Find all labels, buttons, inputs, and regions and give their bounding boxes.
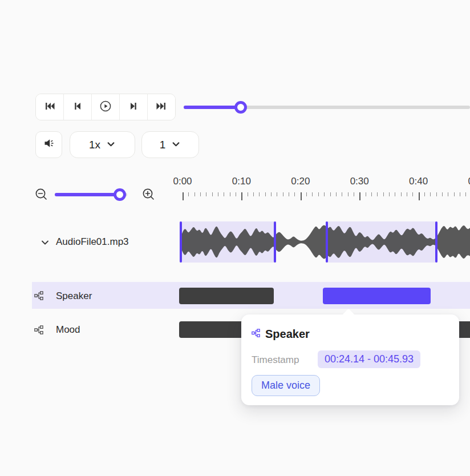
ruler-tick <box>188 192 189 196</box>
ruler-tick <box>294 192 295 196</box>
chevron-down-icon <box>106 139 116 152</box>
skip-to-end-button[interactable] <box>147 94 175 120</box>
ruler-tick <box>301 192 302 200</box>
progress-handle[interactable] <box>234 101 247 114</box>
ruler-tick <box>324 192 325 196</box>
ruler-tick <box>277 192 277 196</box>
branch-icon <box>252 329 260 340</box>
ruler-tick <box>359 192 360 200</box>
ruler-label: 0:10 <box>232 176 251 187</box>
ruler-tick <box>183 192 184 200</box>
audio-annotation-app: 1x 1 <box>0 0 470 476</box>
region-edge-handle[interactable] <box>326 221 328 263</box>
ruler-tick <box>354 192 354 196</box>
ruler-tick <box>395 192 395 196</box>
ruler-label: 0:20 <box>291 176 310 187</box>
timeline-ruler[interactable]: 0:000:100:200:300:400:50 <box>0 174 470 203</box>
ruler-tick <box>465 192 466 196</box>
speed-value: 1x <box>89 139 100 151</box>
timestamp-value: 00:24.14 - 00:45.93 <box>318 350 420 368</box>
ruler-label: 0:50 <box>468 176 470 187</box>
speaker-volume-icon <box>42 136 56 153</box>
waveform-graphic <box>180 221 470 263</box>
ruler-tick <box>442 192 443 196</box>
track-count-dropdown[interactable]: 1 <box>141 131 199 158</box>
ruler-tick <box>389 192 390 196</box>
speaker-segments <box>0 288 470 304</box>
skip-forward-icon <box>155 99 168 115</box>
ruler-tick <box>430 192 431 196</box>
ruler-tick <box>195 192 195 196</box>
ruler-tick <box>436 192 437 196</box>
ruler-tick <box>460 192 460 196</box>
ruler-tick <box>348 192 349 196</box>
ruler-tick <box>241 192 242 200</box>
speaker-tag-chip[interactable]: Male voice <box>252 375 320 396</box>
previous-frame-button[interactable] <box>63 94 91 120</box>
ruler-tick <box>383 192 384 196</box>
playback-speed-dropdown[interactable]: 1x <box>70 131 135 158</box>
ruler-tick <box>330 192 331 196</box>
timestamp-label: Timestamp <box>252 354 299 366</box>
audio-file-label: AudioFile01.mp3 <box>56 236 129 248</box>
ruler-tick <box>424 192 425 196</box>
region-edge-handle[interactable] <box>180 221 182 263</box>
next-frame-button[interactable] <box>119 94 147 120</box>
ruler-tick <box>454 192 455 196</box>
ruler-tick <box>366 192 366 196</box>
chevron-down-icon <box>171 139 181 152</box>
ruler-tick <box>236 192 236 196</box>
ruler-tick <box>306 192 307 196</box>
segment-tooltip: Speaker Timestamp 00:24.14 - 00:45.93 Ma… <box>241 314 459 405</box>
ruler-tick <box>312 192 313 196</box>
ruler-tick <box>253 192 254 196</box>
play-icon <box>99 99 112 115</box>
ruler-tick <box>200 192 201 196</box>
ruler-tick <box>342 192 342 196</box>
ruler-tick <box>377 192 378 196</box>
speaker-segment-selected[interactable] <box>323 288 431 304</box>
ruler-tick <box>412 192 413 196</box>
ruler-label: 0:40 <box>409 176 428 187</box>
waveform[interactable] <box>180 221 470 263</box>
progress-slider[interactable] <box>184 101 470 114</box>
ruler-tick <box>230 192 230 196</box>
ruler-tick <box>448 192 448 196</box>
play-button[interactable] <box>91 94 119 120</box>
ruler-tick <box>212 192 213 196</box>
track-count-value: 1 <box>160 139 166 151</box>
ruler-tick <box>336 192 337 196</box>
speaker-track-row[interactable]: Speaker <box>0 282 470 309</box>
ruler-label: 0:00 <box>173 176 192 187</box>
ruler-tick <box>283 192 283 196</box>
progress-fill <box>184 106 241 109</box>
next-icon <box>127 99 140 115</box>
ruler-tick <box>259 192 260 196</box>
ruler-tick <box>289 192 289 196</box>
tooltip-title: Speaker <box>265 328 310 341</box>
ruler-tick <box>407 192 407 196</box>
ruler-tick <box>248 192 248 196</box>
volume-button[interactable] <box>35 131 62 158</box>
ruler-label: 0:30 <box>350 176 369 187</box>
audio-track-row: AudioFile01.mp3 <box>0 221 470 263</box>
ruler-tick <box>218 192 218 196</box>
ruler-tick <box>318 192 319 196</box>
ruler-tick <box>265 192 266 196</box>
speaker-segment[interactable] <box>179 288 274 304</box>
skip-to-start-button[interactable] <box>36 94 63 120</box>
region-edge-handle[interactable] <box>274 221 276 263</box>
tooltip-arrow <box>342 309 355 322</box>
ruler-tick <box>206 192 206 196</box>
ruler-tick <box>419 192 420 200</box>
skip-back-icon <box>43 99 56 115</box>
ruler-tick <box>371 192 372 196</box>
tooltip-header: Speaker <box>252 328 310 341</box>
ruler-tick <box>271 192 272 196</box>
collapse-chevron-icon[interactable] <box>40 237 50 250</box>
previous-icon <box>71 99 84 115</box>
ruler-tick <box>224 192 224 196</box>
ruler-tick <box>401 192 402 196</box>
transport-controls <box>35 94 176 120</box>
region-edge-handle[interactable] <box>435 221 437 263</box>
